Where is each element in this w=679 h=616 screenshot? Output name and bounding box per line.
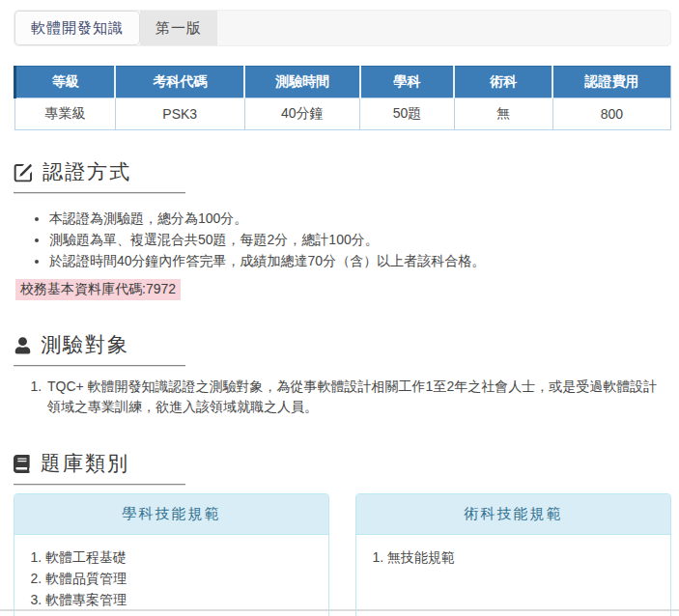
tab-subject[interactable]: 軟體開發知識 bbox=[14, 11, 140, 45]
page-content: 軟體開發知識 第一版 等級 考科代碼 測驗時間 學科 術科 認證費用 專業級 P… bbox=[0, 10, 679, 616]
col-header-level: 等級 bbox=[15, 67, 116, 98]
cell-written: 50題 bbox=[360, 98, 455, 130]
exam-info-table: 等級 考科代碼 測驗時間 學科 術科 認證費用 專業級 PSK3 40分鐘 50… bbox=[14, 66, 671, 130]
list-item: 軟體工程基礎 bbox=[45, 546, 319, 568]
footer-divider bbox=[0, 609, 679, 611]
book-icon bbox=[14, 455, 32, 473]
list-item: 本認證為測驗題，總分為100分。 bbox=[49, 208, 671, 229]
col-header-written: 學科 bbox=[360, 67, 455, 98]
panel-title: 術科技能規範 bbox=[356, 494, 670, 535]
panel-title: 學科技能規範 bbox=[14, 494, 328, 535]
heading-underline bbox=[14, 365, 185, 367]
table-header-row: 等級 考科代碼 測驗時間 學科 術科 認證費用 bbox=[15, 67, 671, 98]
col-header-code: 考科代碼 bbox=[115, 67, 244, 98]
cell-time: 40分鐘 bbox=[244, 98, 360, 130]
section-test-audience: 測驗對象 TQC+ 軟體開發知識認證之測驗對象，為從事軟體設計相關工作1至2年之… bbox=[14, 331, 671, 417]
col-header-time: 測驗時間 bbox=[244, 67, 360, 98]
edit-icon bbox=[14, 162, 34, 182]
tab-version[interactable]: 第一版 bbox=[140, 11, 217, 45]
tab-bar: 軟體開發知識 第一版 bbox=[14, 10, 671, 46]
database-code-note: 校務基本資料庫代碼:7972 bbox=[15, 279, 181, 300]
panel-written-skills: 學科技能規範 軟體工程基礎 軟體品質管理 軟體專案管理 bbox=[14, 493, 329, 616]
user-icon bbox=[14, 336, 32, 354]
list-item: 測驗題為單、複選混合共50題，每題2分，總計100分。 bbox=[49, 229, 671, 250]
cell-code: PSK3 bbox=[115, 98, 244, 130]
panel-practical-skills: 術科技能規範 無技能規範 bbox=[355, 493, 671, 616]
section-title: 認證方式 bbox=[42, 158, 131, 185]
list-item: TQC+ 軟體開發知識認證之測驗對象，為從事軟體設計相關工作1至2年之社會人士，… bbox=[45, 377, 664, 417]
col-header-practical: 術科 bbox=[454, 67, 552, 98]
tab-subject-label: 軟體開發知識 bbox=[31, 19, 124, 38]
list-item: 無技能規範 bbox=[387, 546, 661, 568]
table-row: 專業級 PSK3 40分鐘 50題 無 800 bbox=[15, 98, 671, 130]
section-title: 測驗對象 bbox=[41, 331, 129, 358]
cell-fee: 800 bbox=[552, 98, 670, 130]
section-heading: 測驗對象 bbox=[14, 331, 671, 358]
section-title: 題庫類別 bbox=[41, 450, 129, 477]
panel-row: 學科技能規範 軟體工程基礎 軟體品質管理 軟體專案管理 術科技能規範 無技能規範 bbox=[14, 493, 671, 616]
section-question-bank: 題庫類別 學科技能規範 軟體工程基礎 軟體品質管理 軟體專案管理 術科技能規範 bbox=[14, 450, 671, 616]
heading-underline bbox=[14, 192, 185, 194]
section-heading: 認證方式 bbox=[14, 158, 671, 185]
cell-practical: 無 bbox=[454, 98, 552, 130]
tab-version-label: 第一版 bbox=[156, 19, 202, 38]
cell-level: 專業級 bbox=[15, 98, 116, 130]
certification-method-list: 本認證為測驗題，總分為100分。 測驗題為單、複選混合共50題，每題2分，總計1… bbox=[14, 208, 671, 271]
panel-body: 軟體工程基礎 軟體品質管理 軟體專案管理 bbox=[14, 535, 328, 616]
panel-body: 無技能規範 bbox=[356, 535, 670, 579]
list-item: 軟體品質管理 bbox=[45, 568, 319, 589]
section-certification-method: 認證方式 本認證為測驗題，總分為100分。 測驗題為單、複選混合共50題，每題2… bbox=[14, 158, 671, 300]
col-header-fee: 認證費用 bbox=[552, 67, 670, 98]
test-audience-list: TQC+ 軟體開發知識認證之測驗對象，為從事軟體設計相關工作1至2年之社會人士，… bbox=[14, 377, 671, 417]
list-item: 軟體專案管理 bbox=[45, 589, 319, 610]
heading-underline bbox=[14, 484, 185, 486]
list-item: 於認證時間40分鐘內作答完畢，成績加總達70分（含）以上者該科合格。 bbox=[49, 250, 671, 271]
section-heading: 題庫類別 bbox=[14, 450, 671, 477]
